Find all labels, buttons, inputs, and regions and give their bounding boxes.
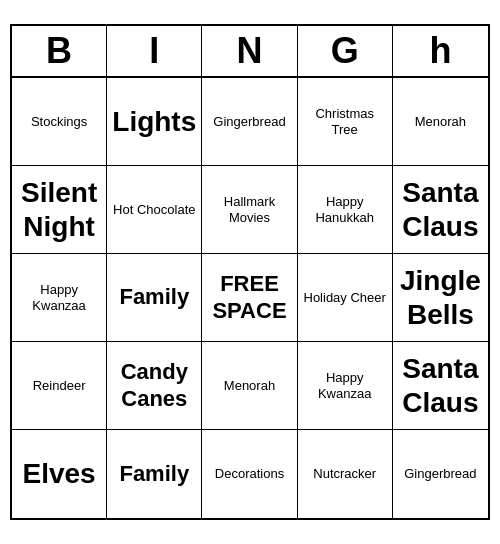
- cell-text: Happy Hanukkah: [302, 194, 388, 225]
- bingo-cell[interactable]: Menorah: [202, 342, 297, 430]
- header-i: I: [107, 26, 202, 76]
- cell-text: Menorah: [415, 114, 466, 130]
- header-h: h: [393, 26, 488, 76]
- header-g: G: [298, 26, 393, 76]
- bingo-cell[interactable]: Elves: [12, 430, 107, 518]
- bingo-cell[interactable]: FREE SPACE: [202, 254, 297, 342]
- cell-text: Elves: [23, 457, 96, 491]
- bingo-cell[interactable]: Family: [107, 430, 202, 518]
- cell-text: Family: [119, 284, 189, 310]
- header-n: N: [202, 26, 297, 76]
- bingo-cell[interactable]: Silent Night: [12, 166, 107, 254]
- cell-text: Stockings: [31, 114, 87, 130]
- cell-text: Happy Kwanzaa: [302, 370, 388, 401]
- cell-text: Christmas Tree: [302, 106, 388, 137]
- bingo-cell[interactable]: Menorah: [393, 78, 488, 166]
- bingo-cell[interactable]: Happy Hanukkah: [298, 166, 393, 254]
- bingo-cell[interactable]: Santa Claus: [393, 166, 488, 254]
- bingo-cell[interactable]: Reindeer: [12, 342, 107, 430]
- bingo-cell[interactable]: Gingerbread: [202, 78, 297, 166]
- bingo-grid: StockingsLightsGingerbreadChristmas Tree…: [12, 78, 488, 518]
- bingo-cell[interactable]: Family: [107, 254, 202, 342]
- cell-text: Santa Claus: [397, 176, 484, 243]
- bingo-cell[interactable]: Hallmark Movies: [202, 166, 297, 254]
- bingo-cell[interactable]: Lights: [107, 78, 202, 166]
- bingo-cell[interactable]: Christmas Tree: [298, 78, 393, 166]
- bingo-cell[interactable]: Candy Canes: [107, 342, 202, 430]
- bingo-card: B I N G h StockingsLightsGingerbreadChri…: [10, 24, 490, 520]
- bingo-cell[interactable]: Santa Claus: [393, 342, 488, 430]
- bingo-cell[interactable]: Stockings: [12, 78, 107, 166]
- cell-text: Hot Chocolate: [113, 202, 195, 218]
- bingo-cell[interactable]: Gingerbread: [393, 430, 488, 518]
- cell-text: Happy Kwanzaa: [16, 282, 102, 313]
- bingo-cell[interactable]: Decorations: [202, 430, 297, 518]
- bingo-cell[interactable]: Happy Kwanzaa: [298, 342, 393, 430]
- cell-text: Santa Claus: [397, 352, 484, 419]
- cell-text: Menorah: [224, 378, 275, 394]
- bingo-cell[interactable]: Hot Chocolate: [107, 166, 202, 254]
- cell-text: FREE SPACE: [206, 271, 292, 324]
- bingo-cell[interactable]: Happy Kwanzaa: [12, 254, 107, 342]
- header-b: B: [12, 26, 107, 76]
- cell-text: Silent Night: [16, 176, 102, 243]
- cell-text: Family: [119, 461, 189, 487]
- cell-text: Holiday Cheer: [304, 290, 386, 306]
- cell-text: Gingerbread: [213, 114, 285, 130]
- cell-text: Nutcracker: [313, 466, 376, 482]
- cell-text: Gingerbread: [404, 466, 476, 482]
- cell-text: Jingle Bells: [397, 264, 484, 331]
- bingo-cell[interactable]: Holiday Cheer: [298, 254, 393, 342]
- cell-text: Candy Canes: [111, 359, 197, 412]
- cell-text: Lights: [112, 105, 196, 139]
- cell-text: Reindeer: [33, 378, 86, 394]
- bingo-cell[interactable]: Nutcracker: [298, 430, 393, 518]
- cell-text: Hallmark Movies: [206, 194, 292, 225]
- bingo-cell[interactable]: Jingle Bells: [393, 254, 488, 342]
- cell-text: Decorations: [215, 466, 284, 482]
- bingo-header: B I N G h: [12, 26, 488, 78]
